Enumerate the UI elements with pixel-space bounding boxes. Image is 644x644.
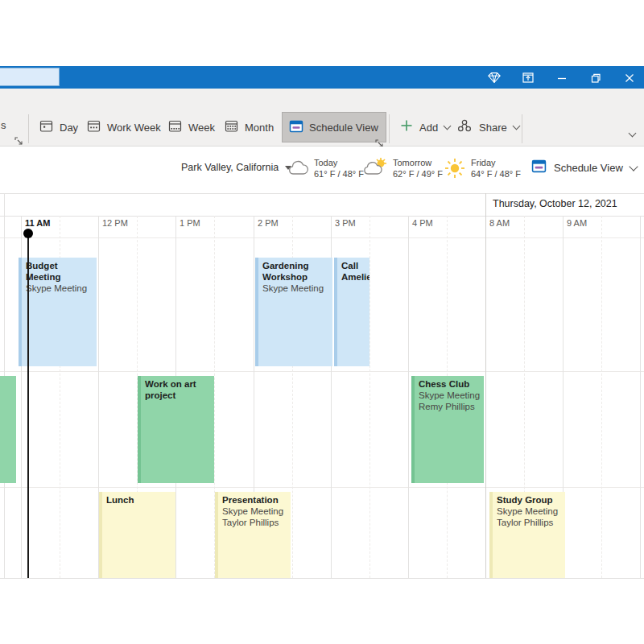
event-budget-meeting[interactable]: Budget Meeting Skype Meeting (19, 258, 97, 366)
schedule-view-selector-label: Schedule View (554, 162, 623, 174)
add-button-label: Add (419, 122, 438, 134)
event-presentation[interactable]: Presentation Skype Meeting Taylor Philli… (215, 492, 291, 578)
event-details: Skype Meeting Taylor Phillips (222, 506, 287, 528)
chevron-down-icon (629, 162, 638, 171)
time-label: 12 PM (102, 218, 128, 228)
view-button-label: Month (245, 122, 274, 134)
event-gardening-workshop[interactable]: Gardening Workshop Skype Meeting (255, 258, 332, 366)
time-label: 1 PM (180, 218, 200, 228)
dialog-launcher-icon[interactable] (375, 137, 384, 146)
schedule-view-icon (531, 159, 547, 177)
current-time-dot (23, 229, 33, 238)
close-icon[interactable] (621, 71, 638, 85)
premium-gem-icon[interactable] (486, 71, 502, 85)
time-label: 9 AM (567, 218, 587, 228)
weather-location-label: Park Valley, California (181, 162, 279, 173)
event-details: Skype Meeting (262, 283, 329, 294)
event-title: Gardening Workshop (262, 260, 329, 283)
month-calendar-icon (224, 118, 239, 136)
outlook-schedule-view-window: s Day Work Week (0, 0, 644, 644)
group-separator (522, 114, 522, 143)
event-chess-club[interactable]: Chess Club Skype Meeting Remy Phillips (411, 376, 484, 483)
dialog-launcher-icon[interactable] (14, 134, 23, 143)
event-title: Call Amelie (341, 260, 366, 283)
titlebar-tab-partial[interactable] (0, 68, 60, 86)
schedule-view-icon (289, 119, 303, 136)
event-title: Lunch (106, 494, 172, 506)
work-week-view-button[interactable]: Work Week (86, 112, 161, 142)
work-week-calendar-icon (86, 118, 101, 136)
group-separator (28, 114, 29, 143)
time-label: 4 PM (412, 218, 433, 228)
forecast-tomorrow[interactable]: Tomorrow 62° F / 49° F (393, 157, 443, 180)
share-button-label: Share (479, 122, 507, 134)
event-details: Skype Meeting (26, 283, 93, 294)
event-lunch[interactable]: Lunch (99, 492, 175, 578)
sunny-icon (444, 158, 465, 182)
event-details: Skype Meeting Remy Phillips (419, 390, 481, 412)
event-study-group[interactable]: Study Group Skype Meeting Taylor Phillip… (489, 492, 565, 578)
month-view-button[interactable]: Month (224, 112, 274, 142)
pop-out-icon[interactable] (520, 71, 536, 85)
group-separator (389, 114, 390, 143)
title-bar (0, 66, 644, 89)
forecast-temps: 62° F / 49° F (393, 168, 443, 180)
current-time-line (27, 233, 29, 578)
partly-sunny-icon (361, 156, 389, 180)
plus-icon (400, 119, 413, 135)
event-title: Work on art project (145, 378, 211, 401)
forecast-friday[interactable]: Friday 64° F / 48° F (471, 157, 521, 180)
add-button[interactable]: Add (400, 112, 450, 142)
forecast-temps: 64° F / 48° F (471, 168, 521, 180)
forecast-day-label: Friday (471, 157, 521, 168)
forecast-day-label: Today (314, 157, 364, 168)
day-view-button[interactable]: Day (39, 112, 78, 142)
restore-icon[interactable] (588, 71, 604, 85)
ribbon: s Day Work Week (0, 89, 644, 147)
event-title: Study Group (497, 494, 562, 506)
time-label: 8 AM (489, 218, 510, 228)
date-header: Thursday, October 12, 2021 (493, 198, 617, 209)
chevron-down-icon (444, 122, 452, 130)
ribbon-collapse-chevron-icon[interactable] (629, 130, 637, 138)
view-button-label: Day (60, 122, 78, 134)
event-call-amelie[interactable]: Call Amelie (334, 258, 369, 366)
share-button[interactable]: Share (456, 112, 519, 142)
week-calendar-icon (167, 118, 183, 136)
time-label: 2 PM (258, 218, 279, 228)
forecast-temps: 61° F / 48° F (314, 168, 364, 180)
cloudy-icon (287, 159, 311, 180)
minimize-icon[interactable] (554, 71, 570, 85)
time-label: 11 AM (25, 218, 50, 228)
view-button-label: Week (188, 122, 215, 134)
event-title: Chess Club (419, 378, 481, 390)
view-button-label: Work Week (107, 122, 161, 134)
event-work-on-art-project[interactable]: Work on art project (138, 376, 214, 483)
view-button-label: Schedule View (309, 122, 378, 134)
week-view-button[interactable]: Week (167, 112, 215, 142)
weather-bar: Park Valley, California Today 61° F / 48… (0, 147, 644, 193)
forecast-day-label: Tomorrow (393, 157, 443, 168)
schedule-view-selector[interactable]: Schedule View (531, 159, 637, 177)
day-calendar-icon (39, 118, 54, 136)
chevron-down-icon (512, 122, 520, 130)
event-cropped[interactable] (0, 376, 16, 483)
schedule-view-button[interactable]: Schedule View (282, 112, 386, 142)
share-icon (456, 118, 473, 137)
weather-location-dropdown[interactable]: Park Valley, California (181, 162, 291, 173)
event-title: Presentation (222, 494, 287, 506)
cropped-group-label: s (1, 119, 6, 131)
event-details: Skype Meeting Taylor Phillips (497, 506, 562, 528)
time-label: 3 PM (335, 218, 356, 228)
forecast-today[interactable]: Today 61° F / 48° F (314, 157, 364, 180)
event-title: Budget Meeting (26, 260, 93, 283)
